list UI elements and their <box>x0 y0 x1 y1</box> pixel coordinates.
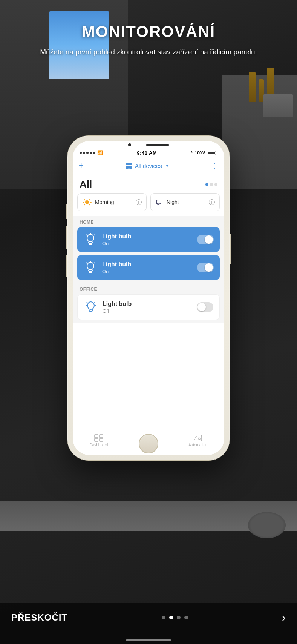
pagination-dots <box>205 183 217 186</box>
phone-vol-up-btn <box>66 226 67 249</box>
page-dot-1[interactable] <box>162 616 165 619</box>
device-name: Light bulb <box>102 233 131 240</box>
grid-cell <box>129 163 132 165</box>
device-name: Light bulb <box>103 301 132 307</box>
toggle-thumb <box>197 303 206 311</box>
phone-notch <box>73 141 224 148</box>
device-card-home-1[interactable]: Light bulb On <box>77 227 220 252</box>
grid-cell <box>126 166 129 169</box>
battery-tip <box>217 152 217 154</box>
status-time: 9:41 AM <box>137 150 157 156</box>
page-dot-4[interactable] <box>184 616 188 619</box>
page-title: MONITOROVÁNÍ <box>0 23 297 41</box>
device-status: On <box>102 269 131 274</box>
page-dot-3[interactable] <box>177 616 181 619</box>
grid-cell <box>129 166 132 169</box>
next-button[interactable]: › <box>282 611 286 624</box>
bottom-navigation-bar: PŘESKOČIT › <box>0 603 297 644</box>
svg-line-13 <box>86 235 87 235</box>
add-button[interactable]: + <box>79 161 84 171</box>
phone-home-button[interactable] <box>139 434 158 453</box>
phone-mockup: 📶 9:41 AM * 100% + <box>67 136 230 460</box>
status-right: * 100% <box>191 151 217 155</box>
device-info: Light bulb On <box>102 233 131 246</box>
phone-silent-switch <box>66 204 67 219</box>
svg-point-0 <box>85 200 89 204</box>
app-nav-bar: + All devices ⋮ <box>73 158 224 174</box>
device-info: Light bulb Off <box>103 301 132 314</box>
bulb-icon-off <box>84 300 98 314</box>
home-device-list: Light bulb On <box>73 227 224 280</box>
signal-dot <box>90 152 92 154</box>
home-indicator <box>126 639 171 641</box>
svg-line-14 <box>94 235 95 235</box>
home-group-label: HOME <box>73 216 224 227</box>
all-section-header: All <box>73 174 224 193</box>
chevron-down-icon <box>166 165 169 167</box>
device-toggle-office-1[interactable] <box>197 302 213 312</box>
scene-night-info[interactable]: i <box>209 199 215 205</box>
scene-card-night[interactable]: Night i <box>150 193 220 211</box>
more-options-button[interactable]: ⋮ <box>211 161 218 170</box>
phone-screen: 📶 9:41 AM * 100% + <box>73 141 224 455</box>
device-name: Light bulb <box>102 261 131 268</box>
signal-dot <box>83 152 85 154</box>
signal-bars: 📶 <box>80 150 103 155</box>
device-card-office-1[interactable]: Light bulb Off <box>77 294 220 320</box>
front-camera <box>128 143 131 146</box>
office-device-list: Light bulb Off <box>73 294 224 320</box>
battery-body <box>208 151 216 155</box>
bulb-icon-on-2 <box>83 260 98 275</box>
sun-icon <box>82 197 92 207</box>
pot-bg <box>263 94 293 117</box>
phone-outer-shell: 📶 9:41 AM * 100% + <box>67 136 230 460</box>
header-section: MONITOROVÁNÍ Můžete na první pohled zkon… <box>0 23 297 58</box>
battery-icon <box>208 151 217 155</box>
device-card-home-2[interactable]: Light bulb On <box>77 255 220 280</box>
scenes-row: Morning i Night <box>73 193 224 216</box>
moon-icon <box>155 198 164 206</box>
svg-line-6 <box>89 204 90 205</box>
app-content: All <box>73 174 224 323</box>
status-bar: 📶 9:41 AM * 100% <box>73 148 224 158</box>
signal-dot <box>86 152 89 154</box>
scene-morning-info[interactable]: i <box>136 199 142 205</box>
device-info: Light bulb On <box>102 261 131 274</box>
skip-button[interactable]: PŘESKOČIT <box>11 612 67 623</box>
scene-card-morning[interactable]: Morning i <box>77 193 147 211</box>
page-dot-2[interactable] <box>169 616 173 619</box>
device-left: Light bulb Off <box>84 300 132 314</box>
robot-vacuum-bg <box>248 512 286 538</box>
svg-line-21 <box>86 263 87 263</box>
battery-percent: 100% <box>195 151 205 155</box>
scene-morning-label: Morning <box>95 199 114 205</box>
grid-cell <box>126 163 129 165</box>
bulb-icon-on-1 <box>83 232 98 247</box>
svg-point-25 <box>87 302 94 309</box>
earpiece-speaker <box>146 144 169 146</box>
signal-dot <box>93 152 95 154</box>
all-devices-label: All devices <box>135 163 162 169</box>
phone-power-btn <box>230 234 231 264</box>
dot-inactive <box>214 183 217 186</box>
toggle-thumb <box>205 235 213 244</box>
bottle1 <box>249 72 256 102</box>
device-toggle-home-1[interactable] <box>197 235 214 244</box>
all-devices-selector[interactable]: All devices <box>126 163 169 169</box>
phone-vol-down-btn <box>66 255 67 277</box>
device-left: Light bulb On <box>83 232 131 247</box>
device-toggle-home-2[interactable] <box>197 263 214 272</box>
scene-left: Morning <box>82 197 114 207</box>
toggle-thumb <box>205 263 213 272</box>
pagination-indicators <box>162 616 188 619</box>
svg-point-17 <box>87 262 94 270</box>
grid-icon <box>126 163 132 169</box>
battery-fill <box>208 152 215 154</box>
bluetooth-icon: * <box>191 151 193 155</box>
svg-point-9 <box>87 234 94 242</box>
svg-line-8 <box>84 204 85 205</box>
scene-night-label: Night <box>167 199 179 205</box>
dot-inactive <box>210 183 213 186</box>
page-subtitle: Můžete na první pohled zkontrolovat stav… <box>0 47 297 58</box>
svg-line-29 <box>87 302 87 303</box>
